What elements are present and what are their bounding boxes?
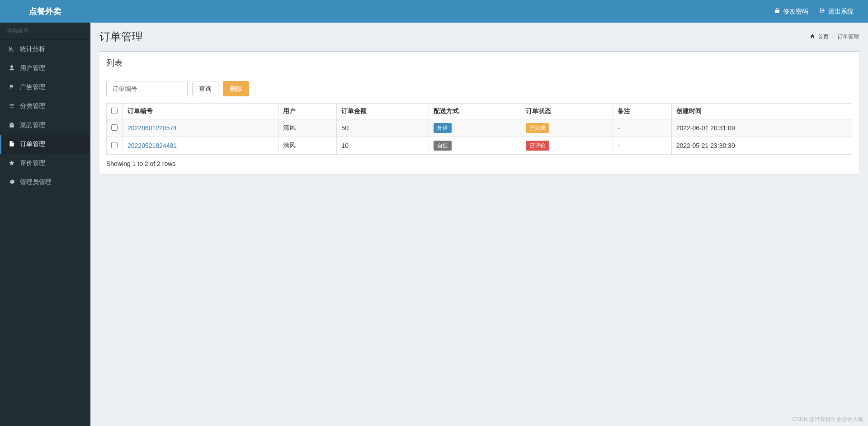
- sidebar: 导航菜单 统计分析 用户管理: [0, 23, 90, 426]
- cell-created: 2022-06-01 20:31:09: [671, 119, 852, 137]
- col-amount: 订单金额: [337, 104, 429, 119]
- breadcrumb-home[interactable]: 首页: [818, 33, 829, 41]
- watermark: CSDN @计算机毕业设计大师: [792, 416, 863, 423]
- row-checkbox[interactable]: [111, 124, 118, 131]
- col-created: 创建时间: [671, 104, 852, 119]
- cell-user: 清风: [278, 137, 337, 155]
- sidebar-title: 导航菜单: [0, 23, 90, 40]
- flag-icon: [8, 84, 15, 91]
- sidebar-item-label: 用户管理: [20, 64, 45, 72]
- star-icon: [8, 160, 15, 167]
- bar-chart-icon: [8, 46, 15, 53]
- top-nav: 修改密码 退出系统: [90, 0, 868, 23]
- toolbar: 查询 删除: [106, 81, 852, 96]
- col-order-no: 订单编号: [123, 104, 278, 119]
- list-icon: [8, 103, 15, 110]
- col-status: 订单状态: [521, 104, 613, 119]
- breadcrumb: 首页 > 订单管理: [810, 33, 859, 41]
- sidebar-item-categories[interactable]: 分类管理: [0, 97, 90, 116]
- status-badge: 已评价: [526, 141, 549, 151]
- select-all-checkbox[interactable]: [111, 108, 118, 114]
- col-user: 用户: [278, 104, 337, 119]
- breadcrumb-current: 订单管理: [837, 33, 859, 41]
- order-no-link[interactable]: 20220601220574: [127, 124, 177, 132]
- change-password-link[interactable]: 修改密码: [769, 0, 814, 23]
- cell-amount: 50: [337, 119, 429, 137]
- delete-button[interactable]: 删除: [223, 81, 249, 96]
- logout-label: 退出系统: [828, 0, 854, 23]
- page-title: 订单管理: [99, 29, 143, 44]
- list-panel: 列表 查询 删除 订单编号 用户 订单金额: [99, 51, 859, 174]
- table-header-row: 订单编号 用户 订单金额 配送方式 订单状态 备注 创建时间: [107, 104, 852, 119]
- pagination-info: Showing 1 to 2 of 2 rows: [106, 160, 852, 167]
- lock-icon: [774, 0, 780, 23]
- sidebar-item-label: 菜品管理: [20, 121, 45, 129]
- col-delivery: 配送方式: [429, 104, 521, 119]
- cell-user: 清风: [278, 119, 337, 137]
- select-all-col: [107, 104, 123, 119]
- cell-amount: 10: [337, 137, 429, 155]
- content: 订单管理 首页 > 订单管理 列表 查询 删除: [90, 23, 868, 426]
- sidebar-item-orders[interactable]: 订单管理: [0, 135, 90, 154]
- main-header: 点餐外卖 修改密码 退出系统: [0, 0, 868, 23]
- status-badge: 已完成: [526, 123, 549, 133]
- shopping-bag-icon: [8, 122, 15, 129]
- table-row: 20220601220574 清风 50 外送 已完成 - 2022-06-01…: [107, 119, 852, 137]
- panel-title: 列表: [99, 52, 859, 74]
- home-icon: [810, 33, 815, 40]
- delivery-badge: 自提: [434, 141, 452, 151]
- cell-remark: -: [613, 119, 672, 137]
- sidebar-item-label: 广告管理: [20, 83, 45, 91]
- query-button[interactable]: 查询: [192, 81, 218, 96]
- sidebar-item-label: 评价管理: [20, 159, 45, 167]
- file-icon: [8, 141, 15, 148]
- delivery-badge: 外送: [434, 123, 452, 133]
- order-table: 订单编号 用户 订单金额 配送方式 订单状态 备注 创建时间 20220601: [106, 103, 852, 155]
- sidebar-item-users[interactable]: 用户管理: [0, 59, 90, 78]
- sign-out-icon: [819, 0, 826, 23]
- sidebar-item-label: 统计分析: [20, 45, 45, 53]
- table-row: 20220521824481 清风 10 自提 已评价 - 2022-05-21…: [107, 137, 852, 155]
- sidebar-item-stats[interactable]: 统计分析: [0, 40, 90, 59]
- col-remark: 备注: [613, 104, 672, 119]
- change-password-label: 修改密码: [783, 0, 808, 23]
- cog-icon: [8, 179, 15, 186]
- sidebar-menu: 统计分析 用户管理 广告管理: [0, 40, 90, 192]
- sidebar-item-label: 管理员管理: [20, 178, 52, 186]
- content-header: 订单管理 首页 > 订单管理: [90, 23, 868, 51]
- row-checkbox[interactable]: [111, 142, 118, 148]
- breadcrumb-sep: >: [831, 33, 835, 40]
- cell-created: 2022-05-21 23:30:30: [671, 137, 852, 155]
- search-input[interactable]: [106, 81, 188, 96]
- sidebar-item-ads[interactable]: 广告管理: [0, 78, 90, 97]
- sidebar-item-reviews[interactable]: 评价管理: [0, 154, 90, 173]
- sidebar-item-admins[interactable]: 管理员管理: [0, 173, 90, 192]
- sidebar-item-label: 分类管理: [20, 102, 45, 110]
- logout-link[interactable]: 退出系统: [814, 0, 859, 23]
- cell-remark: -: [613, 137, 672, 155]
- sidebar-item-dishes[interactable]: 菜品管理: [0, 116, 90, 135]
- user-icon: [8, 65, 15, 72]
- app-logo: 点餐外卖: [0, 0, 90, 23]
- order-no-link[interactable]: 20220521824481: [127, 142, 177, 149]
- sidebar-item-label: 订单管理: [20, 140, 45, 148]
